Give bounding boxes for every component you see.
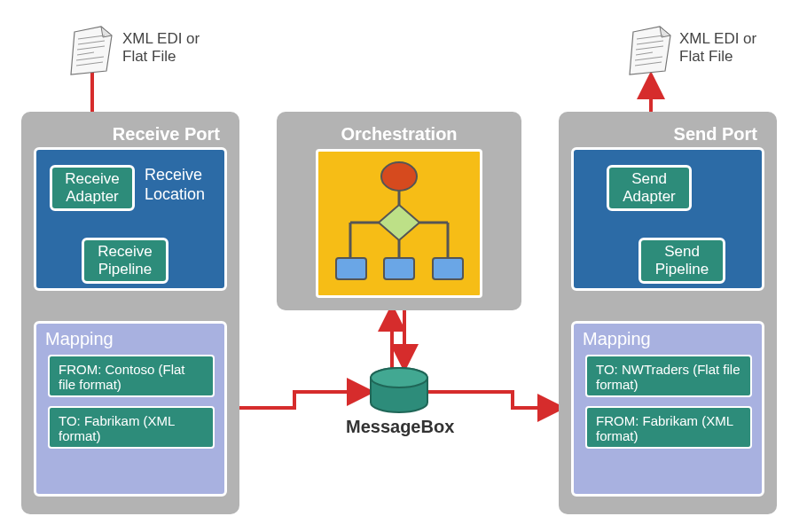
- receive-pipeline-box: Receive Pipeline: [82, 238, 168, 284]
- orchestration-diagram: [316, 149, 482, 298]
- messagebox-icon: [367, 367, 431, 419]
- doc-left-label: XML EDI or Flat File: [122, 30, 220, 66]
- messagebox-label: MessageBox: [346, 417, 452, 437]
- mapping-left-title: Mapping: [36, 324, 224, 351]
- document-icon-right: [628, 25, 676, 80]
- receive-adapter-box: Receive Adapter: [50, 165, 135, 211]
- document-icon-left: [69, 25, 117, 80]
- receive-location-label: Receive Location: [145, 166, 214, 204]
- mapping-right-to: TO: NWTraders (Flat file format): [585, 355, 752, 397]
- svg-rect-26: [433, 258, 463, 279]
- receive-port-title: Receive Port: [21, 112, 239, 145]
- mapping-left-to: TO: Fabrikam (XML format): [48, 406, 215, 449]
- svg-marker-18: [379, 205, 419, 240]
- mapping-right-title: Mapping: [574, 324, 762, 351]
- orchestration-title: Orchestration: [277, 112, 521, 145]
- send-port-title: Send Port: [559, 112, 777, 145]
- svg-point-16: [381, 162, 417, 191]
- send-adapter-box: Send Adapter: [607, 165, 692, 211]
- mapping-left-from: FROM: Contoso (Flat file format): [48, 355, 215, 397]
- doc-right-label: XML EDI or Flat File: [679, 30, 777, 66]
- svg-point-28: [371, 368, 427, 387]
- send-pipeline-box: Send Pipeline: [639, 238, 725, 284]
- svg-rect-25: [384, 258, 414, 279]
- mapping-right-from: FROM: Fabrikam (XML format): [585, 406, 752, 449]
- svg-rect-24: [336, 258, 366, 279]
